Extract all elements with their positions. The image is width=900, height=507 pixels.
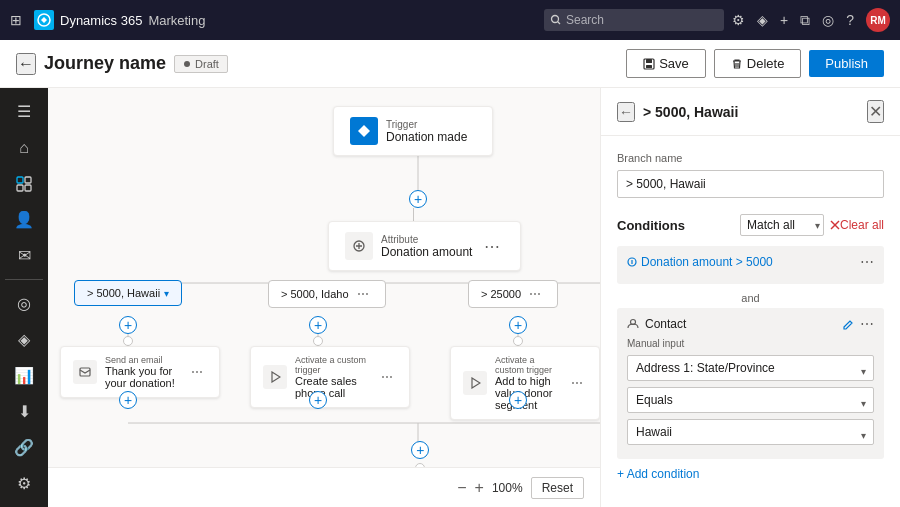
svg-line-2 [558,22,561,25]
panel-close-button[interactable]: ✕ [867,100,884,123]
branch-idaho[interactable]: > 5000, Idaho ⋯ [268,280,386,308]
add-below-2[interactable]: + [309,391,327,409]
branch-idaho-container: > 5000, Idaho ⋯ [268,280,386,308]
back-button[interactable]: ← [16,53,36,75]
sidebar-item-journey[interactable] [6,168,42,200]
search-input[interactable] [544,9,724,31]
branch-hawaii-container: > 5000, Hawaii ▾ [74,280,182,306]
action-1-text: Send an email Thank you for your donatio… [105,355,179,389]
manual-input-label: Manual input [627,338,874,349]
sidebar-item-download[interactable]: ⬇ [6,396,42,428]
panel-back-button[interactable]: ← [617,102,635,122]
match-all-select[interactable]: Match all Match any [740,214,824,236]
sidebar-item-leads[interactable]: ◈ [6,324,42,356]
filter-icon[interactable]: ⧉ [800,12,810,29]
sidebar-item-settings[interactable]: ⚙ [6,467,42,499]
condition-2: Contact ⋯ Manual input Address 1: State/… [617,308,884,459]
sidebar-divider-1 [5,279,43,280]
left-sidebar: ☰ ⌂ 👤 ✉ ◎ ◈ 📊 ⬇ 🔗 ⚙ [0,88,48,507]
branch-idaho-more[interactable]: ⋯ [353,287,373,301]
branch-name-input[interactable] [617,170,884,198]
conditions-title: Conditions [617,218,740,233]
add-action-3[interactable]: + [509,316,527,334]
action-node-2[interactable]: Activate a custom trigger Create sales p… [250,346,410,408]
svg-point-3 [184,61,190,67]
publish-button[interactable]: Publish [809,50,884,77]
add-action-2[interactable]: + [309,316,327,334]
grid-icon[interactable]: ⊞ [10,12,22,28]
bell-icon[interactable]: ◈ [757,12,768,28]
conditions-header: Conditions Match all Match any Clear all [617,214,884,236]
contact-icon [627,318,639,330]
zoom-reset-button[interactable]: Reset [531,477,584,499]
match-all-wrapper: Match all Match any [740,214,824,236]
sidebar-item-menu[interactable]: ☰ [6,96,42,128]
clear-all-button[interactable]: Clear all [840,218,884,232]
action-3-text: Activate a custom trigger Add to high va… [495,355,559,411]
action-1-more[interactable]: ⋯ [187,365,207,379]
brand-logo: Dynamics 365 Marketing [34,10,205,30]
action-node-1[interactable]: Send an email Thank you for your donatio… [60,346,220,398]
sidebar-item-analytics[interactable]: 📊 [6,360,42,392]
svg-rect-9 [17,185,23,191]
trigger-node[interactable]: Trigger Donation made [333,106,493,156]
and-label: and [617,292,884,304]
zoom-in-button[interactable]: + [475,479,484,497]
connector-dot-3 [513,336,523,346]
gear-icon[interactable]: ◎ [822,12,834,28]
condition-1-more[interactable]: ⋯ [860,254,874,270]
zoom-out-button[interactable]: − [457,479,466,497]
settings-icon[interactable]: ⚙ [732,12,745,28]
sidebar-item-segments[interactable]: ◎ [6,288,42,320]
action-1-icon [73,360,97,384]
add-below-1[interactable]: + [119,391,137,409]
help-icon[interactable]: ? [846,12,854,28]
hawaii-field[interactable]: Hawaii [627,419,874,445]
plus-icon[interactable]: + [780,12,788,28]
action-1-container: Send an email Thank you for your donatio… [60,346,220,398]
action-3-more[interactable]: ⋯ [567,376,587,390]
brand-name: Dynamics 365 [60,13,142,28]
attribute-icon [345,232,373,260]
add-condition-button[interactable]: + Add condition [617,467,699,481]
contact-edit-icon[interactable] [842,318,854,330]
svg-rect-10 [25,185,31,191]
action-2-container: Activate a custom trigger Create sales p… [250,346,410,408]
svg-rect-7 [17,177,23,183]
branch-25000-container: > 25000 ⋯ [468,280,558,308]
attribute-more-btn[interactable]: ⋯ [480,237,504,256]
save-button[interactable]: Save [626,49,706,78]
action-2-more[interactable]: ⋯ [377,370,397,384]
sidebar-item-email[interactable]: ✉ [6,239,42,271]
branch-25000[interactable]: > 25000 ⋯ [468,280,558,308]
svg-rect-6 [646,65,652,68]
svg-rect-27 [80,368,90,376]
add-action-1[interactable]: + [119,316,137,334]
panel-header: ← > 5000, Hawaii ✕ [601,88,900,136]
action-3-icon [463,371,487,395]
contact-row: Contact ⋯ [627,316,874,332]
sidebar-item-home[interactable]: ⌂ [6,132,42,164]
equals-field[interactable]: Equals [627,387,874,413]
add-step-button-1[interactable]: + [409,190,427,208]
add-below-3[interactable]: + [509,391,527,409]
branch-hawaii[interactable]: > 5000, Hawaii ▾ [74,280,182,306]
attribute-node-container: Attribute Donation amount ⋯ [328,221,521,271]
avatar[interactable]: RM [866,8,890,32]
state-field[interactable]: Address 1: State/Province [627,355,874,381]
attribute-node[interactable]: Attribute Donation amount ⋯ [328,221,521,271]
sidebar-item-links[interactable]: 🔗 [6,431,42,463]
canvas: Trigger Donation made + Attribute Donati… [48,88,600,507]
panel-body: Branch name Conditions Match all Match a… [601,136,900,507]
delete-button[interactable]: Delete [714,49,802,78]
contact-more[interactable]: ⋯ [860,316,874,332]
status-badge: Draft [174,55,228,73]
clear-x-icon [830,220,840,230]
add-before-exit[interactable]: + [411,441,429,459]
nav-icons: ⚙ ◈ + ⧉ ◎ ? RM [732,8,890,32]
brand-module: Marketing [148,13,205,28]
trigger-node-container: Trigger Donation made [333,106,493,156]
sidebar-item-contacts[interactable]: 👤 [6,203,42,235]
condition-1-link[interactable]: Donation amount > 5000 [641,255,773,269]
branch-25000-more[interactable]: ⋯ [525,287,545,301]
